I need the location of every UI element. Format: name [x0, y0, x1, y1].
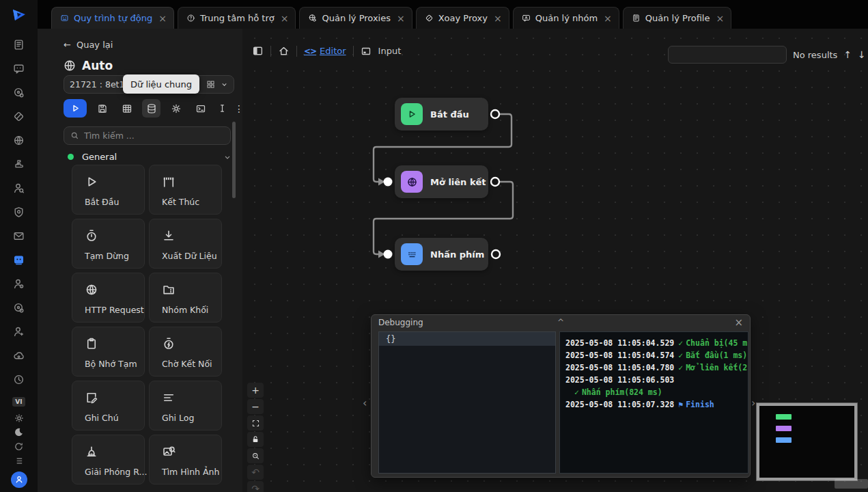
chevron-down-icon[interactable]	[221, 81, 228, 88]
editor-link[interactable]: <> Editor	[304, 46, 346, 56]
tab-profiles[interactable]: Quản lý Profile ×	[623, 7, 731, 29]
user-add-icon[interactable]	[0, 320, 38, 344]
security-shield-icon[interactable]	[0, 200, 38, 224]
settings-gear-icon[interactable]	[14, 411, 25, 425]
fit-view-button[interactable]	[247, 415, 264, 430]
minimap-node-keypress	[776, 437, 792, 443]
find-next-button[interactable]: ↓	[858, 49, 866, 60]
node-bat-dau[interactable]: Bắt đầu	[395, 98, 488, 131]
node-mo-lien-ket[interactable]: Mở liên kết	[395, 165, 488, 198]
find-previous-button[interactable]: ↑	[843, 49, 852, 60]
block-tam-dung[interactable]: Tạm Dừng	[72, 219, 145, 269]
collapse-left-icon[interactable]: ‹	[363, 396, 367, 409]
tab-proxies[interactable]: Quản lý Proxies ×	[299, 7, 412, 29]
block-search[interactable]	[64, 126, 231, 145]
table-button[interactable]	[117, 99, 136, 118]
block-xuat-du-lieu[interactable]: Xuất Dữ Liệu	[149, 219, 222, 269]
undo-button[interactable]: ↶	[247, 465, 264, 480]
schedule-clock-icon[interactable]	[0, 368, 38, 392]
close-icon[interactable]: ×	[734, 316, 743, 329]
network-globe-icon[interactable]	[0, 128, 38, 152]
close-icon[interactable]: ×	[494, 13, 502, 24]
settings-gear-button[interactable]	[167, 99, 185, 118]
dark-mode-moon-icon[interactable]	[14, 425, 24, 439]
block-label: Bắt Đầu	[85, 197, 144, 207]
block-giai-phong-ram[interactable]: Giải Phóng R...	[72, 435, 145, 484]
input-label[interactable]: Input	[378, 46, 402, 56]
close-icon[interactable]: ×	[604, 13, 612, 24]
block-http-request[interactable]: HTTP Request	[72, 273, 145, 323]
block-bat-dau[interactable]: Bắt Đầu	[72, 165, 145, 215]
collapse-up-icon[interactable]: ^	[557, 318, 564, 327]
close-icon[interactable]: ×	[281, 13, 289, 24]
close-icon[interactable]: ×	[158, 13, 167, 24]
save-button[interactable]	[93, 99, 111, 118]
menu-list-icon[interactable]	[14, 454, 24, 468]
block-label: Xuất Dữ Liệu	[162, 251, 221, 261]
collapse-right-icon[interactable]: ›	[751, 396, 755, 409]
back-button[interactable]: ← Quay lại	[64, 40, 113, 50]
cloud-icon[interactable]	[0, 344, 38, 368]
block-tim-hinh-anh[interactable]: Tìm Hình Ảnh	[149, 435, 222, 484]
input-window-icon	[361, 46, 372, 57]
zoom-in-button[interactable]: +	[247, 383, 264, 398]
close-icon[interactable]: ×	[716, 13, 724, 24]
automation-icon[interactable]	[0, 248, 38, 272]
tab-groups[interactable]: Quản lý nhóm ×	[513, 7, 619, 29]
debug-title: Debugging	[378, 318, 423, 327]
rotate-proxy-icon[interactable]	[0, 105, 38, 128]
proxy-disc-icon[interactable]	[0, 81, 38, 105]
tab-rotate-proxy[interactable]: Xoay Proxy ×	[416, 7, 509, 29]
app-logo-icon[interactable]	[10, 5, 28, 23]
block-search-input[interactable]	[84, 131, 224, 141]
cleanup-broom-icon	[85, 445, 98, 459]
close-icon[interactable]: ×	[397, 13, 405, 24]
data-database-button[interactable]	[142, 99, 160, 118]
block-cho-ket-noi[interactable]: Chờ Kết Nối	[149, 327, 222, 377]
account-avatar[interactable]	[11, 472, 27, 488]
block-nhom-khoi[interactable]: Nhóm Khối	[149, 273, 222, 323]
editor-label: Editor	[320, 46, 346, 56]
proxy-disc-settings-icon[interactable]	[0, 296, 38, 320]
more-options-button[interactable]: ⋮	[234, 103, 241, 114]
minimap[interactable]	[757, 403, 857, 480]
debug-log[interactable]: 2025-05-08 11:05:04.529✓Chuẩn bị(45 ms) …	[559, 331, 748, 474]
user-search-icon[interactable]	[0, 176, 38, 200]
text-cursor-button[interactable]	[216, 99, 228, 118]
run-button[interactable]	[64, 99, 87, 118]
block-label: HTTP Request	[85, 305, 144, 315]
extensions-puzzle-icon[interactable]	[0, 152, 38, 176]
block-ghi-log[interactable]: Ghi Log	[149, 381, 222, 430]
panel-scrollbar-thumb[interactable]	[232, 122, 236, 198]
debug-json-editor[interactable]: {}	[378, 331, 556, 474]
section-general[interactable]: General	[68, 152, 232, 162]
zoom-reset-button[interactable]	[247, 448, 264, 463]
log-line: 2025-05-08 11:05:04.780✓Mở liên kết(2s)	[565, 361, 742, 374]
redo-button[interactable]: ↷	[247, 481, 264, 492]
tab-workflow[interactable]: Quy trình tự động ×	[51, 7, 174, 29]
lock-button[interactable]	[247, 432, 264, 447]
terminal-button[interactable]	[191, 99, 210, 118]
block-ghi-chu[interactable]: Ghi Chú	[72, 381, 145, 430]
chat-support-icon[interactable]	[0, 57, 38, 81]
finder-no-results: No results	[793, 50, 837, 60]
finder-input[interactable]	[669, 46, 787, 63]
user-gear-icon[interactable]	[0, 272, 38, 296]
panel-toggle-icon[interactable]	[252, 45, 264, 57]
refresh-icon[interactable]	[14, 439, 24, 454]
divider	[353, 46, 354, 57]
block-ket-thuc[interactable]: Kết Thúc	[149, 165, 222, 215]
node-nhan-phim[interactable]: Nhấn phím	[395, 238, 488, 271]
sidebar: VI	[0, 0, 38, 492]
mail-icon[interactable]	[0, 224, 38, 248]
block-bo-nho-tam[interactable]: Bộ Nhớ Tạm	[72, 327, 145, 377]
documents-icon[interactable]	[0, 33, 38, 57]
finder-box	[668, 46, 787, 64]
language-badge[interactable]: VI	[12, 397, 25, 407]
chevron-down-icon[interactable]	[223, 153, 232, 161]
zoom-out-button[interactable]: −	[247, 399, 264, 414]
globe-icon	[401, 171, 423, 193]
home-icon[interactable]	[278, 45, 290, 57]
tab-support[interactable]: Trung tâm hỗ trợ ×	[178, 7, 296, 29]
layout-grid-icon[interactable]	[206, 80, 215, 89]
